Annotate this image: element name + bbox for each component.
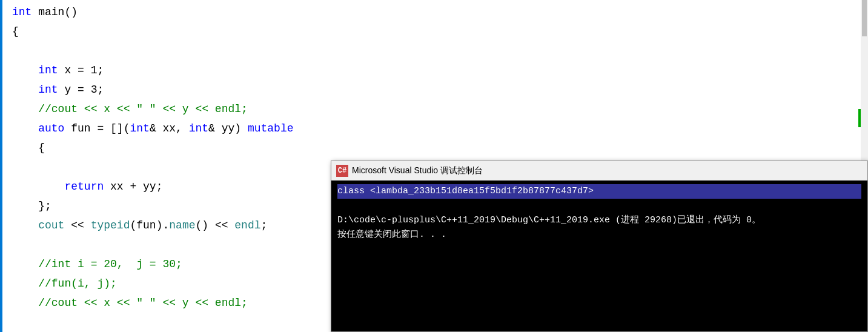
console-output-line: D:\code\c-plusplus\C++11_2019\Debug\C++1… xyxy=(337,213,861,228)
console-title: Microsoft Visual Studio 调试控制台 xyxy=(352,165,483,176)
code-token: typeid xyxy=(91,216,130,235)
console-body: class <lambda_233b151d8ea15f5bd1f2b87877… xyxy=(331,181,867,331)
code-token: //cout << x << " " << y << endl; xyxy=(38,293,248,313)
console-overlay: C# Microsoft Visual Studio 调试控制台 class <… xyxy=(331,161,868,332)
code-line: { xyxy=(12,22,868,41)
code-token xyxy=(12,274,38,293)
code-token: & yy) xyxy=(208,119,248,138)
code-token: { xyxy=(12,22,19,41)
code-token: (fun). xyxy=(130,216,169,235)
code-token: y = 3; xyxy=(58,80,104,99)
console-app-icon: C# xyxy=(336,165,348,177)
code-token: int xyxy=(12,2,31,22)
code-token: mutable xyxy=(248,119,294,138)
code-token xyxy=(12,61,38,80)
code-token xyxy=(12,293,38,313)
code-token: cout xyxy=(38,216,64,235)
code-token xyxy=(12,254,38,274)
code-token: xx + yy; xyxy=(104,177,162,196)
code-line: { xyxy=(12,138,868,158)
code-token xyxy=(12,119,38,138)
code-line: int x = 1; xyxy=(12,61,868,80)
code-token: ; xyxy=(261,216,268,235)
code-line: auto fun = [](int& xx, int& yy) mutable xyxy=(12,119,868,138)
code-token: & xx, xyxy=(150,119,189,138)
code-token: fun = []( xyxy=(64,119,130,138)
code-token: }; xyxy=(12,196,51,216)
code-line xyxy=(12,41,868,61)
code-token: //cout << x << " " << y << endl; xyxy=(38,99,248,119)
main-container: int main(){ int x = 1; int y = 3; //cout… xyxy=(0,0,868,332)
code-token: int xyxy=(189,119,208,138)
code-token xyxy=(12,99,38,119)
code-token xyxy=(12,216,38,235)
code-line: int y = 3; xyxy=(12,80,868,99)
code-token: int xyxy=(38,80,58,99)
code-token: auto xyxy=(38,119,64,138)
left-indicator xyxy=(0,0,2,332)
console-titlebar[interactable]: C# Microsoft Visual Studio 调试控制台 xyxy=(331,161,867,181)
console-output-line: 按任意键关闭此窗口. . . xyxy=(337,228,861,242)
code-token: { xyxy=(12,138,45,158)
code-line: int main() xyxy=(12,2,868,22)
code-token: int xyxy=(130,119,149,138)
code-token: //fun(i, j); xyxy=(38,274,117,293)
code-line: //cout << x << " " << y << endl; xyxy=(12,99,868,119)
green-bar xyxy=(858,109,861,127)
code-token: main() xyxy=(31,2,78,22)
code-token: //int i = 20, j = 30; xyxy=(38,254,182,274)
code-token: int xyxy=(38,61,58,80)
code-token xyxy=(12,177,64,196)
code-token: << xyxy=(64,216,90,235)
code-token: name xyxy=(169,216,195,235)
console-output-line xyxy=(337,199,861,213)
code-token: endl xyxy=(234,216,260,235)
code-token xyxy=(12,80,38,99)
scrollbar-thumb[interactable] xyxy=(862,0,867,36)
code-token: () << xyxy=(196,216,235,235)
console-highlighted-text: class <lambda_233b151d8ea15f5bd1f2b87877… xyxy=(337,184,861,199)
code-token: return xyxy=(64,177,104,196)
console-icon-label: C# xyxy=(338,167,346,175)
code-token: x = 1; xyxy=(58,61,104,80)
console-output-line: class <lambda_233b151d8ea15f5bd1f2b87877… xyxy=(337,184,861,199)
